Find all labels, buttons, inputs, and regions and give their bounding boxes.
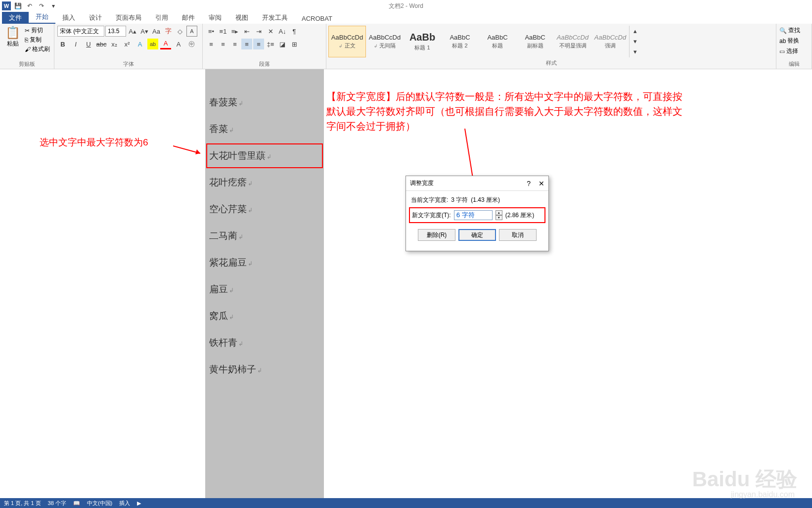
underline-button[interactable]: U	[83, 39, 94, 49]
align-center-icon[interactable]: ≡	[218, 39, 228, 49]
tab-insert[interactable]: 插入	[55, 12, 82, 24]
spinner[interactable]: ▴▾	[496, 210, 502, 220]
line-spacing-icon[interactable]: ‡≡	[265, 39, 276, 49]
shading-icon[interactable]: ◪	[277, 39, 288, 49]
tab-mailings[interactable]: 邮件	[175, 12, 202, 24]
subscript-button[interactable]: x₂	[109, 39, 120, 49]
doc-line-highlighted[interactable]: 大花叶雪里蕻↲	[205, 142, 324, 169]
tab-review[interactable]: 审阅	[202, 12, 228, 24]
replace-button[interactable]: ab替换	[779, 36, 809, 46]
font-family-input[interactable]	[57, 26, 104, 37]
status-words[interactable]: 38 个字	[48, 500, 66, 507]
doc-line[interactable]: 香菜↲	[205, 116, 324, 142]
status-page[interactable]: 第 1 页, 共 1 页	[4, 500, 41, 507]
text-effects-icon[interactable]: A	[135, 39, 145, 49]
font-group: A▴ A▾ Aa 字 ◇ A B I U abc x₂ x² A ab A A …	[54, 24, 203, 69]
bullets-icon[interactable]: ≡•	[206, 26, 217, 37]
tab-acrobat[interactable]: ACROBAT	[295, 13, 339, 24]
increase-indent-icon[interactable]: ⇥	[253, 26, 264, 37]
tab-file[interactable]: 文件	[2, 12, 29, 24]
align-right-icon[interactable]: ≡	[229, 39, 240, 49]
shrink-font-icon[interactable]: A▾	[139, 26, 150, 37]
style-subtle-emphasis[interactable]: AaBbCcDd不明显强调	[554, 26, 591, 57]
style-emphasis[interactable]: AaBbCcDd强调	[591, 26, 629, 57]
cancel-button[interactable]: 取消	[499, 229, 537, 241]
font-color-icon[interactable]: A	[160, 39, 171, 49]
dialog-help-icon[interactable]: ?	[527, 180, 531, 187]
doc-line[interactable]: 铁杆青↲	[205, 329, 324, 356]
numbering-icon[interactable]: ≡1	[218, 26, 228, 37]
spinner-down-icon[interactable]: ▾	[496, 215, 502, 220]
bold-button[interactable]: B	[57, 39, 68, 49]
style-heading1[interactable]: AaBb标题 1	[404, 26, 441, 57]
grow-font-icon[interactable]: A▴	[127, 26, 138, 37]
status-mode[interactable]: 插入	[119, 500, 130, 507]
paste-button[interactable]: 📋 粘贴	[3, 26, 23, 54]
decrease-indent-icon[interactable]: ⇤	[241, 26, 252, 37]
qat-dropdown-icon[interactable]: ▾	[48, 1, 58, 11]
doc-line[interactable]: 二马蔺↲	[205, 223, 324, 249]
styles-group-label: 样式	[328, 59, 774, 67]
status-proofing-icon[interactable]: 📖	[73, 500, 80, 507]
change-case-icon[interactable]: Aa	[151, 26, 162, 37]
styles-gallery[interactable]: AaBbCcDd↲ 正文 AaBbCcDd↲ 无间隔 AaBb标题 1 AaBb…	[328, 26, 774, 57]
word-app-icon: W	[2, 1, 11, 10]
doc-line[interactable]: 春菠菜↲	[205, 89, 324, 116]
sort-icon[interactable]: A↓	[277, 26, 288, 37]
borders-icon[interactable]: ⊞	[289, 39, 300, 49]
char-border-icon[interactable]: A	[186, 26, 197, 37]
italic-button[interactable]: I	[70, 39, 81, 49]
style-no-spacing[interactable]: AaBbCcDd↲ 无间隔	[366, 26, 404, 57]
doc-line[interactable]: 花叶疙瘩↲	[205, 169, 324, 196]
tab-layout[interactable]: 页面布局	[109, 12, 148, 24]
styles-more-icon[interactable]: ▾	[630, 36, 640, 46]
style-normal[interactable]: AaBbCcDd↲ 正文	[328, 26, 366, 57]
format-painter-button[interactable]: 🖌格式刷	[25, 45, 50, 54]
style-title[interactable]: AaBbC标题	[479, 26, 516, 57]
font-size-input[interactable]	[105, 26, 126, 37]
redo-icon[interactable]: ↷	[37, 1, 46, 11]
dialog-close-icon[interactable]: ✕	[539, 180, 544, 187]
style-heading2[interactable]: AaBbC标题 2	[441, 26, 479, 57]
status-language[interactable]: 中文(中国)	[87, 500, 112, 507]
strike-button[interactable]: abc	[96, 39, 107, 49]
char-shading-icon[interactable]: A	[173, 39, 184, 49]
tab-developer[interactable]: 开发工具	[255, 12, 295, 24]
new-width-input[interactable]	[454, 210, 493, 220]
doc-line[interactable]: 扁豆↲	[205, 276, 324, 303]
delete-button[interactable]: 删除(R)	[418, 229, 455, 241]
undo-icon[interactable]: ↶	[25, 1, 35, 11]
dialog-titlebar[interactable]: 调整宽度 ? ✕	[406, 176, 548, 191]
spinner-up-icon[interactable]: ▴	[496, 210, 502, 215]
enclose-char-icon[interactable]: ㊥	[186, 39, 197, 49]
doc-line[interactable]: 空心芹菜↲	[205, 196, 324, 223]
cut-button[interactable]: ✂剪切	[25, 26, 50, 35]
phonetic-guide-icon[interactable]: 字	[163, 26, 174, 37]
find-button[interactable]: 🔍查找	[779, 26, 809, 35]
copy-button[interactable]: ⎘复制	[25, 35, 50, 45]
status-macro-icon[interactable]: ▶	[137, 500, 141, 507]
multilevel-icon[interactable]: ≡▸	[229, 26, 240, 37]
superscript-button[interactable]: x²	[122, 39, 133, 49]
ok-button[interactable]: 确定	[458, 229, 496, 241]
save-icon[interactable]: 💾	[13, 1, 23, 11]
document-area[interactable]: 春菠菜↲ 香菜↲ 大花叶雪里蕻↲ 花叶疙瘩↲ 空心芹菜↲ 二马蔺↲ 紫花扁豆↲ …	[0, 69, 812, 498]
justify-icon[interactable]: ≡	[241, 39, 252, 49]
select-button[interactable]: ▭选择	[779, 46, 809, 56]
doc-line[interactable]: 窝瓜↲	[205, 303, 324, 329]
distribute-icon[interactable]: ≡	[253, 39, 264, 49]
tab-view[interactable]: 视图	[228, 12, 255, 24]
styles-more-icon[interactable]: ▴	[630, 26, 640, 36]
asian-layout-icon[interactable]: ✕	[265, 26, 276, 37]
styles-expand-icon[interactable]: ▾	[630, 46, 640, 57]
doc-line[interactable]: 黄牛奶柿子↲	[205, 356, 324, 383]
style-subtitle[interactable]: AaBbC副标题	[516, 26, 554, 57]
tab-references[interactable]: 引用	[148, 12, 175, 24]
show-marks-icon[interactable]: ¶	[289, 26, 300, 37]
tab-home[interactable]: 开始	[29, 11, 55, 24]
align-left-icon[interactable]: ≡	[206, 39, 217, 49]
highlight-icon[interactable]: ab	[147, 39, 158, 49]
tab-design[interactable]: 设计	[82, 12, 109, 24]
doc-line[interactable]: 紫花扁豆↲	[205, 249, 324, 276]
clear-format-icon[interactable]: ◇	[175, 26, 185, 37]
